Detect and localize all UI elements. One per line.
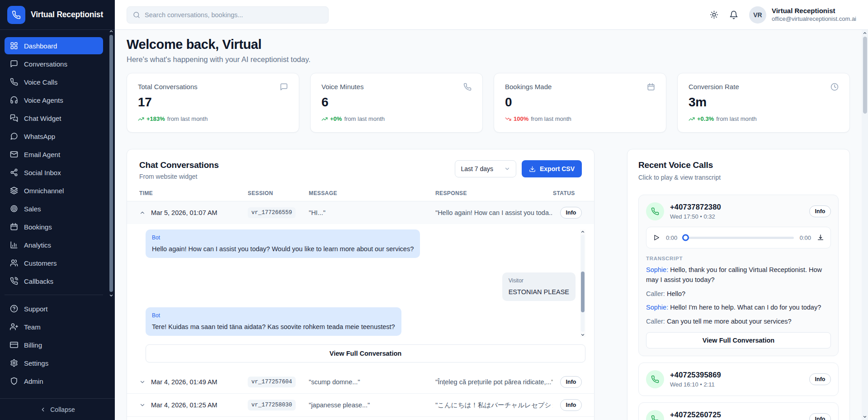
scroll-up-icon[interactable]: [580, 229, 585, 234]
sidebar-item-label: Conversations: [24, 60, 67, 68]
trending-down-icon: [505, 116, 511, 122]
sidebar-item-admin[interactable]: Admin: [5, 372, 103, 390]
sidebar-item-label: Voice Calls: [24, 78, 57, 86]
export-csv-button[interactable]: Export CSV: [522, 160, 582, 177]
download-icon[interactable]: [817, 234, 824, 241]
stat-change-value: +0%: [330, 115, 342, 122]
chevron-up-icon[interactable]: [139, 210, 146, 216]
conversation-scrollbar[interactable]: [580, 229, 585, 337]
sidebar-scrollbar-thumb[interactable]: [109, 35, 113, 292]
chevron-down-icon[interactable]: [139, 379, 146, 385]
sidebar-item-social-inbox[interactable]: Social Inbox: [5, 164, 103, 181]
row-response: "こんにちは！私はバーチャルレセプショ...: [435, 401, 553, 410]
mail-icon: [10, 150, 18, 158]
transcript-text: Can you tell me more about your services…: [667, 318, 792, 325]
transcript-line: Sophie: Hello! I'm here to help. What ca…: [646, 303, 831, 313]
table-row[interactable]: Mar 4, 2026, 01:14 AM vr_177257662 "ce p…: [127, 417, 594, 420]
brand-phone-icon: [7, 6, 25, 24]
stat-card-conversion-rate: Conversion Rate 3m +0.3% from last month: [677, 73, 850, 133]
messages-square-icon: [10, 114, 18, 122]
bubble-sender-label: Bot: [152, 312, 395, 320]
bot-message-bubble: Bot Hello again! How can I assist you to…: [146, 229, 420, 258]
sidebar-item-email-agent[interactable]: Email Agent: [5, 146, 103, 163]
table-row[interactable]: Mar 5, 2026, 01:07 AM vr_177266559 "HI..…: [127, 201, 594, 224]
page-scrollbar-thumb[interactable]: [863, 37, 867, 114]
view-full-conversation-button[interactable]: View Full Conversation: [646, 332, 831, 348]
page-scrollbar[interactable]: [862, 30, 868, 420]
sidebar-item-callbacks[interactable]: Callbacks: [5, 272, 103, 290]
users-icon: [10, 259, 18, 267]
bell-icon[interactable]: [729, 10, 738, 19]
sidebar-item-analytics[interactable]: Analytics: [5, 236, 103, 253]
layers-icon: [10, 186, 18, 195]
conversation-scrollbar-thumb[interactable]: [581, 272, 585, 312]
page-subtitle: Here's what's happening with your AI rec…: [127, 55, 850, 64]
table-row[interactable]: Mar 4, 2026, 01:25 AM vr_177258030 "japa…: [127, 394, 594, 417]
calendar-icon: [10, 223, 18, 231]
bar-chart-icon: [10, 241, 18, 249]
search-input[interactable]: [145, 11, 322, 19]
sidebar-item-label: Bookings: [24, 223, 52, 231]
seek-slider[interactable]: [683, 237, 793, 239]
info-button[interactable]: Info: [809, 413, 831, 420]
sidebar-item-dashboard[interactable]: Dashboard: [5, 37, 103, 54]
sidebar-item-billing[interactable]: Billing: [5, 336, 103, 353]
sidebar-item-settings[interactable]: Settings: [5, 354, 103, 372]
conversation-scroll-area[interactable]: Bot Hello again! How can I assist you to…: [146, 229, 585, 337]
message-circle-icon: [10, 132, 18, 140]
voice-call-card[interactable]: +40725260725 Tue 12:39 • 0:47 Info: [638, 402, 839, 420]
voice-panel-subtitle: Click to play & view transcript: [638, 174, 839, 181]
sidebar-item-label: Sales: [24, 205, 41, 213]
stat-value: 3m: [689, 95, 839, 110]
play-icon[interactable]: [653, 234, 660, 241]
row-time: Mar 5, 2026, 01:07 AM: [151, 209, 217, 216]
sidebar-scrollbar[interactable]: [108, 29, 114, 298]
stat-change-value: +0.3%: [697, 115, 714, 122]
voice-call-card[interactable]: +40737872380 Wed 17:50 • 0:32 Info 0:00 …: [638, 195, 839, 356]
stat-value: 6: [321, 95, 472, 110]
call-number: +40725260725: [670, 410, 721, 419]
scroll-down-icon[interactable]: [863, 415, 867, 419]
user-menu[interactable]: VR Virtual Receptionist office@virtualre…: [749, 6, 856, 24]
info-button[interactable]: Info: [560, 399, 582, 411]
chat-panel-title: Chat Conversations: [139, 160, 219, 170]
view-full-conversation-button[interactable]: View Full Conversation: [146, 344, 585, 363]
sidebar-item-support[interactable]: Support: [5, 300, 103, 317]
sidebar-item-omnichannel[interactable]: Omnichannel: [5, 182, 103, 199]
chat-conversations-panel: Chat Conversations From website widget L…: [127, 149, 594, 420]
calendar-icon: [647, 83, 655, 91]
scroll-up-icon[interactable]: [863, 31, 867, 35]
info-button[interactable]: Info: [560, 376, 582, 388]
download-icon: [529, 166, 536, 172]
sidebar-item-customers[interactable]: Customers: [5, 254, 103, 272]
sidebar-item-whatsapp[interactable]: WhatsApp: [5, 128, 103, 145]
table-row[interactable]: Mar 4, 2026, 01:49 AM vr_177257604 "scum…: [127, 371, 594, 394]
voice-call-card[interactable]: +40725395869 Wed 16:10 • 2:11 Info: [638, 363, 839, 396]
info-button[interactable]: Info: [809, 373, 831, 385]
phone-icon: [646, 370, 664, 388]
sidebar-item-sales[interactable]: Sales: [5, 200, 103, 217]
search-box[interactable]: [127, 6, 329, 24]
info-button[interactable]: Info: [809, 205, 831, 217]
sidebar-item-bookings[interactable]: Bookings: [5, 218, 103, 235]
phone-icon: [646, 202, 664, 220]
topbar-right: VR Virtual Receptionist office@virtualre…: [710, 6, 856, 24]
scroll-down-icon[interactable]: [109, 293, 113, 298]
dashboard-content: Welcome back, Virtual Here's what's happ…: [115, 30, 868, 420]
info-button[interactable]: Info: [560, 207, 582, 219]
sidebar-item-team[interactable]: Team: [5, 318, 103, 335]
chevron-down-icon[interactable]: [139, 402, 146, 408]
stat-label: Bookings Made: [505, 83, 552, 91]
sidebar-item-voice-calls[interactable]: Voice Calls: [5, 73, 103, 91]
theme-toggle-sun-icon[interactable]: [710, 10, 718, 19]
row-message: "HI...": [309, 209, 435, 216]
date-range-select[interactable]: Last 7 days: [455, 160, 516, 177]
sidebar-item-conversations[interactable]: Conversations: [5, 55, 103, 72]
seek-slider-knob[interactable]: [682, 234, 689, 241]
sidebar-collapse-button[interactable]: Collapse: [0, 398, 115, 420]
sidebar-item-voice-agents[interactable]: Voice Agents: [5, 91, 103, 109]
clock-icon: [830, 83, 839, 91]
scroll-up-icon[interactable]: [109, 29, 113, 33]
scroll-down-icon[interactable]: [580, 333, 585, 337]
sidebar-item-chat-widget[interactable]: Chat Widget: [5, 110, 103, 127]
